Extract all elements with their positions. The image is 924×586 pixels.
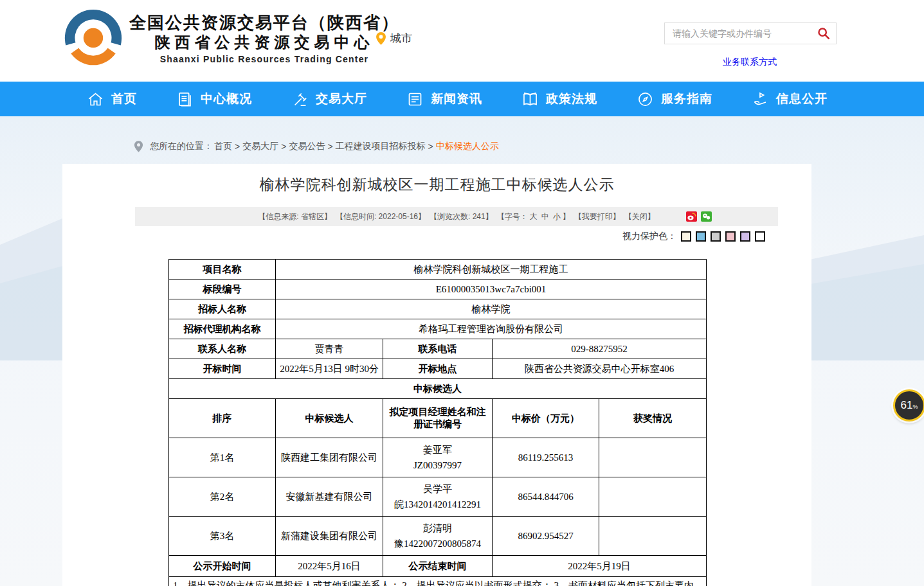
candidate-awards <box>599 438 707 477</box>
percentage-value: 61 <box>901 399 913 412</box>
row-label: 项目名称 <box>169 260 276 280</box>
breadcrumb-item-construction-bidding[interactable]: 工程建设项目招标投标 <box>336 141 426 152</box>
row-label: 开标地点 <box>383 359 493 379</box>
meta-time: 【信息时间: 2022-05-16】 <box>336 211 426 222</box>
breadcrumb-item-announcements[interactable]: 交易公告 <box>289 141 325 152</box>
city-selector[interactable]: 城市 <box>376 31 412 46</box>
manager-name: 吴学平 <box>386 481 489 497</box>
row-label: 联系电话 <box>383 339 493 359</box>
publicity-start-value: 2022年5月16日 <box>276 556 383 577</box>
eye-color-cream[interactable] <box>681 231 691 242</box>
eye-color-purple[interactable] <box>740 231 750 242</box>
close-button[interactable]: 【关闭】 <box>624 211 655 222</box>
document-icon <box>176 91 194 108</box>
breadcrumb-item-current: 中标候选人公示 <box>436 141 499 152</box>
manager-cert: JZ00397997 <box>386 457 489 473</box>
fontsize-large-button[interactable]: 大 <box>530 211 538 222</box>
news-icon <box>406 91 424 108</box>
table-row: 招标代理机构名称 希格玛工程管理咨询股份有限公司 <box>169 319 707 339</box>
meta-fontsize-end: 】 <box>563 211 570 222</box>
candidate-price: 86119.255613 <box>493 438 599 477</box>
eye-color-gray[interactable] <box>711 231 721 242</box>
fontsize-medium-button[interactable]: 中 <box>541 211 549 222</box>
col-header-candidate: 中标候选人 <box>276 399 383 438</box>
breadcrumb-separator: > <box>327 141 332 152</box>
home-icon <box>87 91 104 108</box>
nav-item-service-guide[interactable]: 服务指南 <box>637 91 712 108</box>
site-title-line1: 全国公共资源交易平台（陕西省） <box>129 13 399 33</box>
breadcrumb-separator: > <box>235 141 240 152</box>
table-row: 联系人名称 贾青青 联系电话 029-88275952 <box>169 339 707 359</box>
publicity-end-value: 2022年5月19日 <box>493 556 707 577</box>
location-pin-icon <box>376 31 386 46</box>
publicity-period-row: 公示开始时间 2022年5月16日 公示结束时间 2022年5月19日 <box>169 556 707 577</box>
nav-item-news[interactable]: 新闻资讯 <box>406 91 482 108</box>
eye-color-pink[interactable] <box>725 231 736 242</box>
breadcrumb: 您所在的位置： 首页 > 交易大厅 > 交易公告 > 工程建设项目招标投标 > … <box>134 140 500 153</box>
search-box <box>664 22 837 44</box>
nav-label: 中心概况 <box>201 91 252 107</box>
col-header-rank: 排序 <box>169 399 276 438</box>
fontsize-small-button[interactable]: 小 <box>553 211 561 222</box>
weibo-share-icon[interactable] <box>686 211 697 222</box>
nav-item-trading-hall[interactable]: 交易大厅 <box>291 91 367 108</box>
row-label: 招标代理机构名称 <box>169 319 276 339</box>
site-header: 全国公共资源交易平台（陕西省） 陕西省公共资源交易中心 Shaanxi Publ… <box>0 0 924 82</box>
objection-note-text: 1、提出异议的主体应当是投标人或其他利害关系人； 2、提出异议应当以书面形式提交… <box>169 577 707 586</box>
meta-fontsize-label: 【字号： <box>497 211 528 222</box>
row-label: 标段编号 <box>169 280 276 299</box>
meta-views: 【浏览次数: 241】 <box>430 211 493 222</box>
bid-open-time-value: 2022年5月13日 9时30分 <box>276 359 383 379</box>
search-button[interactable] <box>811 23 836 44</box>
nav-item-policies[interactable]: 政策法规 <box>521 91 597 108</box>
page-title: 榆林学院科创新城校区一期工程施工中标候选人公示 <box>62 175 811 195</box>
col-header-awards: 获奖情况 <box>599 399 707 438</box>
table-row: 项目名称 榆林学院科创新城校区一期工程施工 <box>169 260 707 280</box>
open-book-icon <box>521 91 539 108</box>
candidate-row-2: 第2名 安徽新基建有限公司 吴学平 皖1342014201412291 8654… <box>169 477 707 517</box>
candidate-row-1: 第1名 陕西建工集团有限公司 姜亚军 JZ00397997 86119.2556… <box>169 438 707 477</box>
site-title-english: Shaanxi Public Resources Trading Center <box>129 52 399 66</box>
table-section-header-row: 中标候选人 <box>169 379 707 399</box>
table-column-header-row: 排序 中标候选人 拟定项目经理姓名和注册证书编号 中标价（万元） 获奖情况 <box>169 399 707 438</box>
candidate-company: 新蒲建设集团有限公司 <box>276 517 383 556</box>
nav-label: 政策法规 <box>546 91 597 107</box>
breadcrumb-separator: > <box>428 141 433 152</box>
tenderer-name-value: 榆林学院 <box>276 299 707 319</box>
candidate-rank: 第3名 <box>169 517 276 556</box>
agency-name-value: 希格玛工程管理咨询股份有限公司 <box>276 319 707 339</box>
hand-share-icon <box>752 91 769 108</box>
percentage-unit: % <box>912 404 918 410</box>
candidate-price: 86544.844706 <box>493 477 599 517</box>
breadcrumb-prefix: 您所在的位置： <box>150 141 213 152</box>
search-input[interactable] <box>665 28 811 39</box>
col-header-price: 中标价（万元） <box>493 399 599 438</box>
candidate-manager-cell: 彭清明 豫1422007200805874 <box>383 517 493 556</box>
table-row: 招标人名称 榆林学院 <box>169 299 707 319</box>
print-button[interactable]: 【我要打印】 <box>574 211 621 222</box>
eye-color-blue[interactable] <box>696 231 706 242</box>
candidate-company: 陕西建工集团有限公司 <box>276 438 383 477</box>
nav-item-home[interactable]: 首页 <box>87 91 137 108</box>
candidate-company: 安徽新基建有限公司 <box>276 477 383 517</box>
wechat-share-icon[interactable] <box>701 211 712 222</box>
candidate-rank: 第2名 <box>169 477 276 517</box>
gavel-icon <box>291 91 309 108</box>
main-nav: 首页 中心概况 交易大厅 新闻资讯 政策法规 服务指南 <box>0 82 924 116</box>
candidate-rank: 第1名 <box>169 438 276 477</box>
breadcrumb-item-trading-hall[interactable]: 交易大厅 <box>242 141 278 152</box>
bid-open-place-value: 陕西省公共资源交易中心开标室406 <box>493 359 707 379</box>
nav-item-center-overview[interactable]: 中心概况 <box>176 91 252 108</box>
nav-label: 服务指南 <box>661 91 712 107</box>
col-header-manager: 拟定项目经理姓名和注册证书编号 <box>383 399 493 438</box>
breadcrumb-separator: > <box>281 141 286 152</box>
candidate-manager-cell: 姜亚军 JZ00397997 <box>383 438 493 477</box>
business-contact-link[interactable]: 业务联系方式 <box>723 57 777 68</box>
breadcrumb-pin-icon <box>134 140 143 153</box>
nav-label: 信息公开 <box>776 91 828 107</box>
candidate-manager-cell: 吴学平 皖1342014201412291 <box>383 477 493 517</box>
nav-item-info-disclosure[interactable]: 信息公开 <box>752 91 828 108</box>
eye-color-white[interactable] <box>755 231 765 242</box>
breadcrumb-item-home[interactable]: 首页 <box>214 141 232 152</box>
city-label[interactable]: 城市 <box>390 31 412 46</box>
